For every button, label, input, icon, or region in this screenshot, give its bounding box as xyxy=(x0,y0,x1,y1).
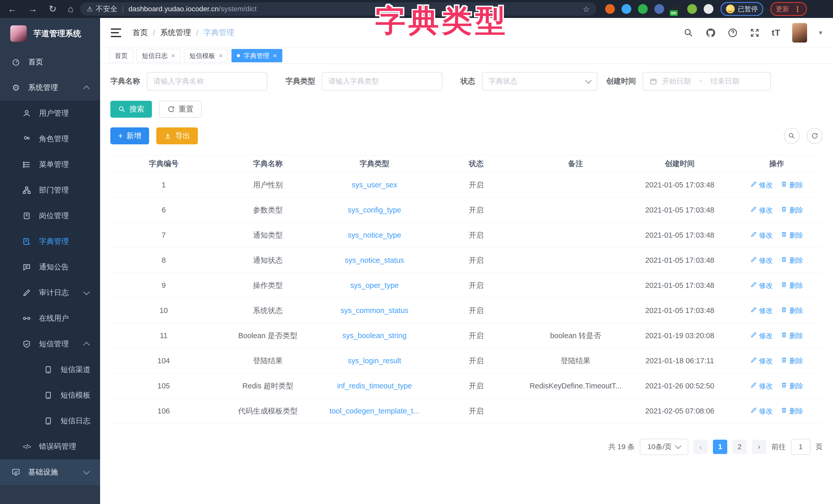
reset-button[interactable]: 重置 xyxy=(159,101,202,118)
sidebar-item-菜单管理[interactable]: 菜单管理 xyxy=(0,152,100,177)
sidebar-item-错误码管理[interactable]: </>错误码管理 xyxy=(0,434,100,459)
delete-link[interactable]: 删除 xyxy=(781,180,803,190)
cell-type[interactable]: inf_redis_timeout_type xyxy=(319,382,430,390)
export-button[interactable]: 导出 xyxy=(156,127,198,144)
delete-link[interactable]: 删除 xyxy=(781,356,803,366)
delete-link[interactable]: 删除 xyxy=(781,306,803,315)
sidebar-item-短信管理[interactable]: 短信管理 xyxy=(0,331,100,357)
table-refresh-button[interactable] xyxy=(807,128,823,144)
edit-link[interactable]: 修改 xyxy=(751,356,773,366)
extension-dark-on-icon[interactable]: on xyxy=(671,4,681,14)
cell-actions: 修改删除 xyxy=(731,231,823,240)
breadcrumb-item[interactable]: 系统管理 xyxy=(160,27,191,38)
tab-短信日志[interactable]: 短信日志× xyxy=(137,49,181,62)
sidebar-item-首页[interactable]: 首页 xyxy=(0,49,100,75)
bookmark-star-icon[interactable]: ☆ xyxy=(583,5,590,14)
delete-link[interactable]: 删除 xyxy=(781,331,803,341)
update-badge[interactable]: 更新 ⋮ xyxy=(770,2,807,16)
edit-link[interactable]: 修改 xyxy=(751,206,773,215)
edit-link[interactable]: 修改 xyxy=(751,281,773,290)
edit-link[interactable]: 修改 xyxy=(751,180,773,190)
search-button[interactable]: 搜索 xyxy=(110,101,152,118)
dict-name-input[interactable]: 请输入字典名称 xyxy=(147,72,267,91)
dict-type-input[interactable]: 请输入字典类型 xyxy=(322,72,443,91)
sidebar-item-部门管理[interactable]: 部门管理 xyxy=(0,177,100,203)
status-select[interactable]: 字典状态 xyxy=(482,72,597,91)
edit-link[interactable]: 修改 xyxy=(751,407,773,416)
sidebar-item-短信模板[interactable]: 短信模板 xyxy=(0,382,100,408)
breadcrumb-item[interactable]: 首页 xyxy=(133,27,148,38)
sidebar-item-系统管理[interactable]: ⚙系统管理 xyxy=(0,75,100,100)
extension-orange-icon[interactable] xyxy=(605,4,615,14)
close-icon[interactable]: × xyxy=(171,52,175,60)
tab-字典管理[interactable]: 字典管理× xyxy=(232,49,282,62)
github-icon[interactable] xyxy=(706,28,716,38)
extension-grid-icon[interactable] xyxy=(654,4,664,14)
sidebar-item-基础设施[interactable]: 基础设施 xyxy=(0,459,100,485)
cell-status: 开启 xyxy=(430,255,522,266)
cell-type[interactable]: sys_notice_status xyxy=(319,256,430,264)
fullscreen-icon[interactable] xyxy=(749,28,760,38)
cell-type[interactable]: sys_boolean_string xyxy=(319,331,430,340)
sidebar-item-通知公告[interactable]: 通知公告 xyxy=(0,254,100,280)
extension-green-circle-icon[interactable] xyxy=(638,4,648,14)
search-icon[interactable] xyxy=(683,28,694,38)
sidebar-item-短信日志[interactable]: 短信日志 xyxy=(0,408,100,434)
tab-短信模板[interactable]: 短信模板× xyxy=(184,49,228,62)
table-search-toggle-button[interactable] xyxy=(784,128,800,144)
page-button-1[interactable]: 1 xyxy=(713,440,727,454)
paused-badge[interactable]: 已暂停 xyxy=(721,2,763,16)
help-icon[interactable] xyxy=(728,28,738,38)
cell-type[interactable]: sys_notice_type xyxy=(319,231,430,240)
close-icon[interactable]: × xyxy=(219,52,222,60)
trash-icon xyxy=(781,382,787,390)
user-avatar[interactable] xyxy=(792,23,807,43)
add-button[interactable]: + 新增 xyxy=(110,127,149,144)
date-range-picker[interactable]: 开始日期 ~ 结束日期 xyxy=(643,72,771,91)
caret-down-icon[interactable]: ▾ xyxy=(819,29,822,37)
cell-type[interactable]: sys_login_result xyxy=(319,357,430,365)
extension-blue-drop-icon[interactable] xyxy=(622,4,631,14)
extension-green-small-icon[interactable] xyxy=(687,4,697,14)
close-icon[interactable]: × xyxy=(273,52,277,60)
edit-link[interactable]: 修改 xyxy=(751,381,773,391)
edit-link[interactable]: 修改 xyxy=(751,256,773,265)
browser-home-icon[interactable]: ⌂ xyxy=(68,4,73,14)
delete-link[interactable]: 删除 xyxy=(781,256,803,265)
browser-menu-icon[interactable]: ⋮ xyxy=(794,5,802,14)
sidebar-item-字典管理[interactable]: 字典管理 xyxy=(0,229,100,254)
sidebar-item-审计日志[interactable]: 审计日志 xyxy=(0,280,100,306)
delete-link[interactable]: 删除 xyxy=(781,407,803,416)
edit-link[interactable]: 修改 xyxy=(751,306,773,315)
page-size-select[interactable]: 10条/页 xyxy=(640,438,688,455)
goto-page-input[interactable]: 1 xyxy=(791,439,810,455)
edit-link[interactable]: 修改 xyxy=(751,331,773,341)
sidebar-item-短信渠道[interactable]: 短信渠道 xyxy=(0,357,100,382)
cell-type[interactable]: tool_codegen_template_t... xyxy=(319,407,430,415)
sidebar-item-在线用户[interactable]: 在线用户 xyxy=(0,306,100,331)
browser-reload-icon[interactable]: ↻ xyxy=(49,4,56,14)
hamburger-icon[interactable] xyxy=(111,28,121,37)
font-size-icon[interactable]: tT xyxy=(772,28,780,38)
cell-type[interactable]: sys_user_sex xyxy=(319,181,430,189)
sidebar-item-用户管理[interactable]: 用户管理 xyxy=(0,100,100,126)
browser-back-icon[interactable]: ← xyxy=(8,4,17,14)
next-page-button[interactable]: › xyxy=(752,440,766,454)
delete-link[interactable]: 删除 xyxy=(781,281,803,290)
sidebar-item-岗位管理[interactable]: 岗位管理 xyxy=(0,203,100,229)
page-button-2[interactable]: 2 xyxy=(732,440,747,454)
delete-link[interactable]: 删除 xyxy=(781,231,803,240)
prev-page-button[interactable]: ‹ xyxy=(693,440,708,454)
extension-white-icon[interactable] xyxy=(704,4,713,14)
sidebar-item-角色管理[interactable]: 角色管理 xyxy=(0,126,100,152)
url-bar[interactable]: ⚠ 不安全 | dashboard.yudao.iocoder.cn /syst… xyxy=(80,2,596,16)
cell-type[interactable]: sys_oper_type xyxy=(319,281,430,290)
cell-type[interactable]: sys_config_type xyxy=(319,206,430,214)
cell-type[interactable]: sys_common_status xyxy=(319,306,430,315)
delete-link[interactable]: 删除 xyxy=(781,381,803,391)
browser-forward-icon[interactable]: → xyxy=(28,4,38,14)
tab-首页[interactable]: 首页 xyxy=(109,49,133,62)
cell-id: 105 xyxy=(110,382,217,390)
delete-link[interactable]: 删除 xyxy=(781,206,803,215)
edit-link[interactable]: 修改 xyxy=(751,231,773,240)
